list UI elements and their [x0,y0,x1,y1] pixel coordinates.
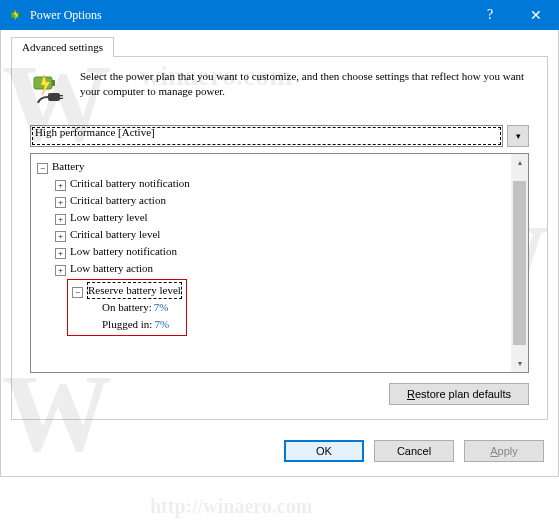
window-body: Advanced settings Select the power plan … [0,30,559,477]
scroll-up-button[interactable]: ▴ [511,154,528,171]
tree-label: Critical battery action [70,192,166,209]
tree-label: Low battery notification [70,243,177,260]
tree-node[interactable]: + Low battery notification [37,243,493,260]
close-button[interactable]: ✕ [513,0,559,30]
restore-label: estore plan defaults [415,388,511,400]
power-options-window: Power Options ? ✕ Advanced settings [0,0,559,477]
value-label: On battery: [102,299,152,316]
expand-icon[interactable]: + [55,197,66,208]
tree-node-battery[interactable]: − Battery [37,158,493,175]
highlighted-setting: − Reserve battery level On battery: 7% P… [67,279,187,336]
expand-icon[interactable]: + [55,248,66,259]
help-button[interactable]: ? [467,0,513,30]
tree-node[interactable]: + Low battery level [37,209,493,226]
collapse-icon[interactable]: − [37,163,48,174]
tree-label: Low battery level [70,209,148,226]
value: 7% [154,299,169,316]
tree-value-plugged-in[interactable]: Plugged in: 7% [72,316,182,333]
tab-strip: Advanced settings [11,36,548,56]
tab-panel: Select the power plan that you want to c… [11,56,548,420]
tree-label: Critical battery level [70,226,160,243]
tree-node[interactable]: + Critical battery level [37,226,493,243]
power-plan-row: High performance [Active] ▾ [30,125,529,147]
power-icon [8,7,24,23]
svg-rect-1 [19,14,21,16]
titlebar[interactable]: Power Options ? ✕ [0,0,559,30]
tree-node[interactable]: + Low battery action [37,260,493,277]
window-title: Power Options [30,8,467,23]
apply-button[interactable]: Apply [464,440,544,462]
chevron-down-icon: ▾ [516,131,521,141]
tree-label: Low battery action [70,260,153,277]
value: 7% [154,316,169,333]
tree-label: Critical battery notification [70,175,190,192]
svg-rect-3 [52,80,55,86]
scroll-down-button[interactable]: ▾ [511,355,528,372]
collapse-icon[interactable]: − [72,287,83,298]
restore-defaults-button[interactable]: Restore plan defaults [389,383,529,405]
settings-tree: − Battery + Critical battery notificatio… [30,153,529,373]
tree-label-selected: Reserve battery level [87,282,182,299]
tree-node[interactable]: + Critical battery notification [37,175,493,192]
scroll-thumb[interactable] [513,181,526,345]
scrollbar[interactable]: ▴ ▾ [511,154,528,372]
expand-icon[interactable]: + [55,214,66,225]
apply-label: pply [498,445,518,457]
svg-rect-4 [48,93,60,101]
intro-section: Select the power plan that you want to c… [30,69,529,109]
watermark-url-bottom: http://winaero.com [150,495,312,518]
tree-node-reserve[interactable]: − Reserve battery level [72,282,182,299]
expand-icon[interactable]: + [55,265,66,276]
battery-plug-icon [30,69,70,109]
cancel-button[interactable]: Cancel [374,440,454,462]
svg-rect-6 [60,98,63,99]
tree-node[interactable]: + Critical battery action [37,192,493,209]
tree-value-on-battery[interactable]: On battery: 7% [72,299,182,316]
tab-advanced-settings[interactable]: Advanced settings [11,37,114,57]
tree-label: Battery [52,158,84,175]
expand-icon[interactable]: + [55,180,66,191]
expand-icon[interactable]: + [55,231,66,242]
svg-rect-5 [60,95,63,96]
power-plan-dropdown-button[interactable]: ▾ [507,125,529,147]
dialog-buttons: OK Cancel Apply [11,430,548,466]
ok-button[interactable]: OK [284,440,364,462]
value-label: Plugged in: [102,316,152,333]
scroll-track[interactable] [511,171,528,355]
intro-text: Select the power plan that you want to c… [80,69,529,109]
power-plan-select[interactable]: High performance [Active] [30,125,503,147]
